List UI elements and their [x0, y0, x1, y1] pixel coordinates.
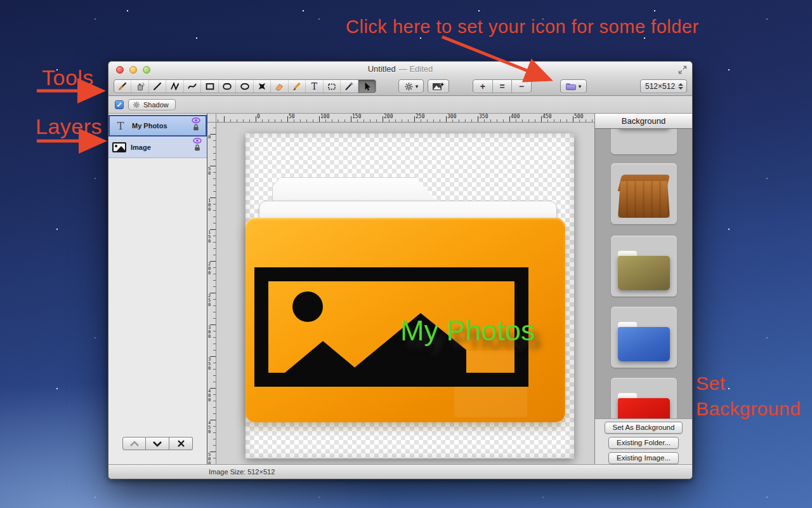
- close-x-icon: [177, 439, 185, 448]
- canvas-image[interactable]: My Photos: [246, 133, 574, 458]
- background-list[interactable]: [595, 129, 692, 418]
- window-title: Untitled— Edited: [108, 62, 692, 77]
- annotation-tools-label: Tools: [42, 65, 94, 90]
- status-bar: Image Size: 512×512: [108, 464, 692, 479]
- size-value: 512×512: [645, 82, 675, 91]
- layer-label: Image: [131, 144, 151, 151]
- chevron-up-icon: [129, 441, 140, 447]
- fullscreen-icon[interactable]: [678, 65, 687, 74]
- text-layer-icon: T: [114, 120, 128, 132]
- image-adjust-button[interactable]: [428, 79, 449, 93]
- layer-row-image[interactable]: Image: [108, 137, 207, 158]
- lock-icon[interactable]: [193, 124, 199, 131]
- edited-badge: — Edited: [399, 64, 433, 74]
- stepper-arrows-icon[interactable]: [678, 83, 683, 90]
- tool-star[interactable]: [254, 80, 271, 93]
- layer-status-icons: [193, 138, 202, 151]
- tool-eraser[interactable]: [271, 80, 288, 93]
- chevron-down-icon: ▾: [416, 83, 419, 90]
- tool-cursor[interactable]: [358, 80, 376, 93]
- toolbar: T ▾ + = −: [108, 77, 692, 96]
- annotation-top-note: Click here to set your icon for some fol…: [346, 17, 699, 37]
- image-star-icon: [432, 81, 445, 92]
- background-thumbnail-blue[interactable]: [611, 307, 677, 368]
- gear-icon: [404, 82, 414, 91]
- lock-icon[interactable]: [194, 144, 200, 151]
- shadow-label: Shadow: [143, 101, 169, 109]
- move-layer-up-button[interactable]: [122, 437, 146, 450]
- folder-icon: [566, 83, 576, 90]
- image-size-stepper[interactable]: 512×512: [640, 79, 687, 93]
- background-thumbnail-wood-open[interactable]: [611, 163, 677, 224]
- tool-magic-wand[interactable]: [341, 80, 358, 93]
- shadow-checkbox[interactable]: ✓: [115, 100, 124, 109]
- move-layer-down-button[interactable]: [146, 437, 169, 450]
- set-folder-icon-button[interactable]: ▾: [560, 79, 587, 93]
- shadow-option-bar: ✓ Shadow: [108, 97, 692, 114]
- existing-folder-button[interactable]: Existing Folder...: [608, 437, 679, 449]
- add-button[interactable]: +: [473, 80, 493, 93]
- background-thumbnail-khaki[interactable]: [611, 236, 677, 297]
- tool-pencil[interactable]: [289, 80, 306, 93]
- layer-status-icons: [192, 117, 200, 131]
- folder-title-text[interactable]: My Photos: [400, 314, 535, 347]
- background-sidebar: Background Set As Background Existing Fo…: [594, 114, 692, 464]
- window-chrome: Untitled— Edited: [108, 62, 692, 96]
- tool-strip: T: [114, 79, 376, 93]
- background-thumbnail-red[interactable]: [611, 378, 677, 418]
- tool-marquee-select[interactable]: [324, 80, 341, 93]
- tool-ellipse[interactable]: [236, 80, 253, 93]
- remove-button[interactable]: −: [512, 80, 531, 93]
- tool-spray[interactable]: [131, 80, 148, 93]
- tool-line[interactable]: [149, 80, 166, 93]
- app-window: Untitled— Edited: [108, 61, 693, 479]
- canvas-viewport[interactable]: My Photos: [216, 123, 594, 464]
- background-thumbnail-wood-front[interactable]: [611, 129, 677, 154]
- layers-panel: T My Photos Image: [108, 114, 207, 464]
- layer-row-my-photos[interactable]: T My Photos: [108, 115, 207, 137]
- annotation-set-background-label: Set Background: [696, 371, 812, 422]
- action-menu-button[interactable]: ▾: [398, 79, 424, 93]
- sidebar-header: Background: [595, 114, 692, 129]
- gear-icon: [133, 101, 140, 109]
- sidebar-buttons: Set As Background Existing Folder... Exi…: [595, 418, 692, 464]
- delete-layer-button[interactable]: [169, 437, 193, 450]
- image-layer-icon: [112, 142, 126, 152]
- layer-label: My Photos: [132, 122, 167, 130]
- chevron-down-icon: [152, 441, 162, 447]
- desktop: Click here to set your icon for some fol…: [0, 0, 812, 508]
- ruler-vertical: 05 01 0 01 5 02 0 02 5 03 0 03 5 04 0 04…: [207, 123, 216, 464]
- titlebar[interactable]: Untitled— Edited: [108, 62, 692, 77]
- document-title: Untitled: [368, 64, 396, 74]
- ruler-corner: [207, 114, 216, 123]
- tool-text[interactable]: T: [306, 80, 323, 93]
- tool-zigzag[interactable]: [166, 80, 183, 93]
- visibility-eye-icon[interactable]: [192, 117, 200, 123]
- annotation-layers-label: Layers: [36, 114, 102, 139]
- duplicate-button[interactable]: =: [493, 80, 513, 93]
- image-size-status: Image Size: 512×512: [209, 468, 275, 476]
- layer-order-controls: [122, 437, 193, 450]
- shadow-settings-button[interactable]: Shadow: [128, 99, 176, 110]
- chevron-down-icon: ▾: [579, 83, 582, 90]
- ruler-horizontal: 050100150200250300350400450500: [216, 114, 594, 123]
- tool-eyedropper[interactable]: [114, 80, 131, 93]
- tool-curve[interactable]: [184, 80, 201, 93]
- visibility-eye-icon[interactable]: [193, 138, 202, 144]
- existing-image-button[interactable]: Existing Image...: [608, 452, 679, 464]
- tool-rounded-rectangle[interactable]: [219, 80, 236, 93]
- tool-rectangle[interactable]: [201, 80, 218, 93]
- layer-arrange-segmented: + = −: [473, 79, 532, 93]
- set-as-background-button[interactable]: Set As Background: [605, 422, 683, 434]
